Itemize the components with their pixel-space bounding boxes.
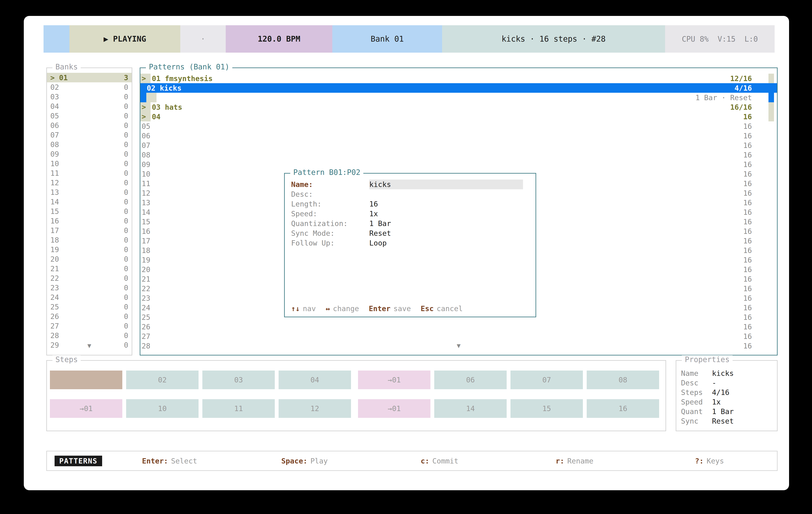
bank-row[interactable]: 110 xyxy=(47,168,132,178)
transport-status[interactable]: ▶ PLAYING xyxy=(69,25,180,53)
step-cell[interactable]: →01 xyxy=(358,370,430,389)
pattern-label: 16 xyxy=(140,227,150,236)
bank-row[interactable]: 120 xyxy=(47,178,132,187)
bank-row[interactable]: 130 xyxy=(47,187,132,197)
bank-row[interactable]: 030 xyxy=(47,92,132,101)
bank-label: 16 xyxy=(50,217,59,225)
step-cell[interactable]: 12 xyxy=(279,399,351,418)
bank-row[interactable]: 060 xyxy=(47,121,132,130)
pattern-step-count: 16 xyxy=(743,323,777,331)
bank-row[interactable]: 260 xyxy=(47,311,132,321)
pattern-row[interactable]: 0916 xyxy=(140,159,777,169)
field-label: Desc: xyxy=(291,190,369,199)
bank-row[interactable]: 070 xyxy=(47,130,132,140)
pattern-row[interactable]: 0816 xyxy=(140,150,777,159)
bank-row[interactable]: 040 xyxy=(47,101,132,111)
pattern-row[interactable]: >0416 xyxy=(140,112,777,121)
step-label: 14 xyxy=(466,404,475,413)
step-cell[interactable]: →01 xyxy=(358,399,430,418)
step-cell[interactable]: 14 xyxy=(434,399,506,418)
bank-label: 15 xyxy=(50,207,59,216)
step-cell[interactable]: 11 xyxy=(202,399,275,418)
patterns-scrollbar[interactable] xyxy=(768,73,774,121)
pattern-editor-title: Pattern B01:P02 xyxy=(290,168,363,177)
field-label: Length: xyxy=(291,200,369,208)
banks-list: > 01302003004005006007008009010011012013… xyxy=(47,68,132,350)
pattern-field-row[interactable]: Sync Mode:Reset xyxy=(285,228,535,238)
pattern-row[interactable]: 0716 xyxy=(140,141,777,150)
pattern-row[interactable]: 0616 xyxy=(140,131,777,141)
pattern-field-row[interactable]: Follow Up:Loop xyxy=(285,238,535,248)
bank-pattern-count: 0 xyxy=(124,131,128,139)
pattern-step-count: 16 xyxy=(743,131,777,140)
bank-row[interactable]: 050 xyxy=(47,111,132,121)
bank-row[interactable]: 020 xyxy=(47,82,132,92)
pattern-row[interactable]: 2716 xyxy=(140,332,777,341)
step-cell[interactable]: 07 xyxy=(511,370,583,389)
bank-pattern-count: 0 xyxy=(124,245,128,254)
bank-row[interactable]: 190 xyxy=(47,245,132,254)
bank-row[interactable]: > 013 xyxy=(47,73,132,82)
bank-row[interactable]: 140 xyxy=(47,197,132,207)
bank-display[interactable]: Bank 01 xyxy=(332,25,442,53)
bank-row[interactable]: 180 xyxy=(47,235,132,245)
step-cell[interactable]: 02 xyxy=(126,370,199,389)
pattern-label: 28 xyxy=(140,342,150,350)
bank-row[interactable]: 280 xyxy=(47,331,132,340)
bank-label: 27 xyxy=(50,322,59,330)
step-cell[interactable]: 03 xyxy=(202,370,275,389)
pattern-label: 15 xyxy=(140,217,150,226)
pattern-field-row[interactable]: Quantization:1 Bar xyxy=(285,219,535,228)
pattern-field-row[interactable]: Name:kicks xyxy=(285,180,535,189)
pattern-label: 18 xyxy=(140,246,150,255)
bank-label: > 01 xyxy=(50,73,68,82)
pattern-field-row[interactable]: Desc: xyxy=(285,189,535,199)
field-label: Sync Mode: xyxy=(291,229,369,238)
step-cell[interactable]: 10 xyxy=(126,399,199,418)
bank-row[interactable]: 100 xyxy=(47,159,132,168)
bank-row[interactable]: 150 xyxy=(47,207,132,216)
bank-row[interactable]: 160 xyxy=(47,216,132,225)
step-cell[interactable]: 04 xyxy=(279,370,351,389)
pattern-step-count: 16 xyxy=(743,199,777,207)
bank-pattern-count: 0 xyxy=(124,169,128,177)
step-cell[interactable]: 06 xyxy=(434,370,506,389)
bank-row[interactable]: 080 xyxy=(47,140,132,149)
pattern-label: 14 xyxy=(140,208,150,216)
pattern-step-count: 16 xyxy=(743,217,777,226)
pattern-field-row[interactable]: Speed:1x xyxy=(285,209,535,219)
pattern-label: 04 xyxy=(140,113,161,121)
bank-row[interactable]: 200 xyxy=(47,254,132,264)
pattern-row[interactable]: >03 hats16/16 xyxy=(140,102,777,112)
bank-row[interactable]: 240 xyxy=(47,293,132,302)
key-action: Commit xyxy=(432,457,459,465)
pattern-field-row[interactable]: Length:16 xyxy=(285,199,535,209)
bank-row[interactable]: 210 xyxy=(47,264,132,273)
bank-row[interactable]: 220 xyxy=(47,273,132,283)
property-label: Steps xyxy=(681,388,712,397)
bank-row[interactable]: 250 xyxy=(47,302,132,311)
bank-row[interactable]: 090 xyxy=(47,149,132,159)
step-cell[interactable]: 15 xyxy=(511,399,583,418)
step-label: 08 xyxy=(618,375,627,384)
bank-row[interactable]: 170 xyxy=(47,225,132,235)
bank-row[interactable]: 270 xyxy=(47,321,132,331)
pattern-row[interactable]: 02 kicks4/16 xyxy=(140,83,777,93)
step-cell[interactable]: 16 xyxy=(587,399,659,418)
pattern-label: 01 fmsynthesis xyxy=(140,74,213,83)
pattern-step-count: 16 xyxy=(743,284,777,293)
step-cell[interactable]: →01 xyxy=(50,399,122,418)
bank-label: 08 xyxy=(50,140,59,149)
pattern-row[interactable]: >01 fmsynthesis12/16 xyxy=(140,73,777,83)
bpm-display[interactable]: 120.0 BPM xyxy=(226,25,332,53)
pattern-step-count: 16 xyxy=(743,179,777,188)
bank-row[interactable]: 230 xyxy=(47,283,132,293)
step-label: 15 xyxy=(542,404,551,413)
pattern-label: 02 kicks xyxy=(140,84,181,92)
step-cell[interactable]: 08 xyxy=(587,370,659,389)
modal-key-hint: ↑↓nav xyxy=(291,304,316,313)
pattern-row[interactable]: 0516 xyxy=(140,121,777,131)
pattern-row[interactable]: 2616 xyxy=(140,322,777,332)
step-cell[interactable] xyxy=(50,370,122,389)
key-action: change xyxy=(333,304,359,313)
